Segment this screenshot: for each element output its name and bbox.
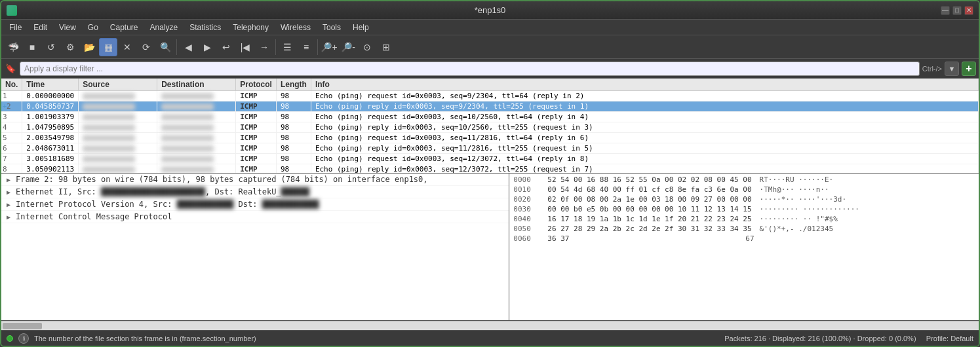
icmp-arrow: ▶ bbox=[7, 213, 13, 221]
expert-info-icon[interactable]: ℹ bbox=[18, 333, 29, 344]
cell-source bbox=[79, 91, 157, 101]
menu-telephony[interactable]: Telephony bbox=[227, 22, 274, 33]
toolbar-go-first[interactable]: |◀ bbox=[236, 38, 254, 56]
cell-dest bbox=[157, 164, 236, 174]
middle-section: ▶ Frame 2: 98 bytes on wire (784 bits), … bbox=[1, 174, 979, 321]
cell-info: Echo (ping) request id=0x0003, seq=12/30… bbox=[311, 154, 978, 164]
menu-tools[interactable]: Tools bbox=[317, 22, 346, 33]
toolbar-zoom-out[interactable]: 🔎- bbox=[339, 38, 357, 56]
cell-time: 3.005181689 bbox=[22, 154, 79, 164]
horizontal-scrollbar[interactable] bbox=[1, 321, 979, 330]
table-row[interactable]: 3 1.001903379 ICMP 98 Echo (ping) reques… bbox=[1, 112, 979, 122]
toolbar-open[interactable]: 📂 bbox=[80, 38, 98, 56]
cell-len: 98 bbox=[276, 101, 311, 112]
toolbar-resize-cols[interactable]: ⊞ bbox=[377, 38, 395, 56]
frame-arrow: ▶ bbox=[7, 176, 13, 183]
hex-ascii: &'()*+,- ./012345 bbox=[760, 225, 834, 233]
table-row[interactable]: 5 2.003549798 ICMP 98 Echo (ping) reques… bbox=[1, 133, 979, 143]
col-info: Info bbox=[311, 79, 978, 91]
icmp-text: Internet Control Message Protocol bbox=[16, 212, 172, 221]
packet-details[interactable]: ▶ Frame 2: 98 bytes on wire (784 bits), … bbox=[1, 174, 509, 320]
ipv4-text: Internet Protocol Version 4, Src: ██████… bbox=[16, 200, 319, 209]
col-no: No. bbox=[1, 79, 22, 91]
filter-dropdown-btn[interactable]: ▼ bbox=[945, 62, 959, 76]
col-dest: Destination bbox=[157, 79, 236, 91]
menu-statistics[interactable]: Statistics bbox=[184, 22, 226, 33]
menu-wireless[interactable]: Wireless bbox=[275, 22, 316, 33]
cell-time: 2.048673011 bbox=[22, 143, 79, 154]
col-source: Source bbox=[79, 79, 157, 91]
hex-row: 0000 52 54 00 16 88 16 52 55 0a 00 02 02… bbox=[509, 175, 979, 185]
hex-ascii: ········· ·· !"#$% bbox=[760, 215, 838, 223]
toolbar-restart[interactable]: ↺ bbox=[42, 38, 60, 56]
cell-proto: ICMP bbox=[236, 101, 277, 112]
menu-edit[interactable]: Edit bbox=[28, 22, 52, 33]
toolbar-close[interactable]: ✕ bbox=[118, 38, 136, 56]
toolbar-go-back[interactable]: ↩ bbox=[217, 38, 235, 56]
table-row[interactable]: 1 0.000000000 ICMP 98 Echo (ping) reques… bbox=[1, 91, 979, 101]
filter-bar: 🔖 Ctrl-/> ▼ + bbox=[1, 59, 979, 79]
toolbar-sep-2 bbox=[275, 39, 276, 55]
cell-time: 1.047950895 bbox=[22, 122, 79, 133]
toolbar-go-forward[interactable]: → bbox=[255, 38, 273, 56]
table-row[interactable]: 7 3.005181689 ICMP 98 Echo (ping) reques… bbox=[1, 154, 979, 164]
packets-count: Packets: 216 · Displayed: 216 (100.0%) ·… bbox=[724, 335, 916, 342]
cell-time: 1.001903379 bbox=[22, 112, 79, 122]
filter-add-btn[interactable]: + bbox=[962, 62, 976, 76]
cell-time: 3.050902113 bbox=[22, 164, 79, 174]
packet-list[interactable]: No. Time Source Destination Protocol Len… bbox=[1, 79, 979, 174]
hex-view[interactable]: 0000 52 54 00 16 88 16 52 55 0a 00 02 02… bbox=[509, 174, 979, 320]
cell-time: 0.045850737 bbox=[22, 101, 79, 112]
menu-capture[interactable]: Capture bbox=[105, 22, 144, 33]
maximize-button[interactable]: □ bbox=[952, 6, 962, 15]
detail-ipv4[interactable]: ▶ Internet Protocol Version 4, Src: ████… bbox=[1, 198, 509, 211]
hex-bytes: 00 54 4d 68 40 00 ff 01 cf c8 8e fa c3 6… bbox=[547, 185, 751, 194]
title-bar-left bbox=[7, 5, 17, 16]
minimize-button[interactable]: — bbox=[941, 6, 950, 15]
cell-dest bbox=[157, 143, 236, 154]
menubar: File Edit View Go Capture Analyze Statis… bbox=[1, 20, 979, 35]
col-proto: Protocol bbox=[236, 79, 277, 91]
toolbar-zoom-reset[interactable]: ⊙ bbox=[358, 38, 376, 56]
close-button[interactable]: ✕ bbox=[964, 6, 973, 15]
toolbar-zoom-in[interactable]: 🔎+ bbox=[320, 38, 338, 56]
scrollbar-thumb[interactable] bbox=[3, 323, 42, 329]
menu-go[interactable]: Go bbox=[83, 22, 104, 33]
detail-frame[interactable]: ▶ Frame 2: 98 bytes on wire (784 bits), … bbox=[1, 174, 509, 186]
ethernet-arrow: ▶ bbox=[7, 189, 13, 196]
toolbar-columns[interactable]: ▦ bbox=[99, 38, 117, 56]
toolbar-find[interactable]: 🔍 bbox=[156, 38, 174, 56]
hex-offset: 0060 bbox=[513, 234, 539, 243]
toolbar-pane1[interactable]: ☰ bbox=[278, 38, 296, 56]
table-row[interactable]: 4 1.047950895 ICMP 98 Echo (ping) reply … bbox=[1, 122, 979, 133]
toolbar-stop-capture[interactable]: ■ bbox=[23, 38, 41, 56]
packet-stats: Packets: 216 · Displayed: 216 (100.0%) ·… bbox=[724, 335, 973, 342]
cell-proto: ICMP bbox=[236, 143, 277, 154]
table-row[interactable]: 8 3.050902113 ICMP 98 Echo (ping) reply … bbox=[1, 164, 979, 174]
display-filter-input[interactable] bbox=[20, 62, 920, 76]
hex-bytes: 52 54 00 16 88 16 52 55 0a 00 02 02 08 0… bbox=[547, 175, 751, 184]
toolbar-start-capture[interactable]: 🦈 bbox=[4, 38, 22, 56]
menu-help[interactable]: Help bbox=[347, 22, 374, 33]
detail-icmp[interactable]: ▶ Internet Control Message Protocol bbox=[1, 211, 509, 223]
detail-ethernet[interactable]: ▶ Ethernet II, Src: ████████████████████… bbox=[1, 186, 509, 198]
cell-proto: ICMP bbox=[236, 122, 277, 133]
cell-proto: ICMP bbox=[236, 154, 277, 164]
menu-analyze[interactable]: Analyze bbox=[145, 22, 184, 33]
cell-source bbox=[79, 143, 157, 154]
cell-time: 2.003549798 bbox=[22, 133, 79, 143]
table-row[interactable]: 6 2.048673011 ICMP 98 Echo (ping) reply … bbox=[1, 143, 979, 154]
toolbar-reload[interactable]: ⟳ bbox=[137, 38, 155, 56]
toolbar-next[interactable]: ▶ bbox=[198, 38, 216, 56]
hex-bytes: 16 17 18 19 1a 1b 1c 1d 1e 1f 20 21 22 2… bbox=[547, 215, 751, 223]
cell-no: 8 bbox=[1, 164, 22, 174]
toolbar-prev[interactable]: ◀ bbox=[179, 38, 197, 56]
toolbar-options[interactable]: ⚙ bbox=[61, 38, 79, 56]
menu-file[interactable]: File bbox=[4, 22, 27, 33]
menu-view[interactable]: View bbox=[54, 22, 81, 33]
table-row[interactable]: +2 0.045850737 ICMP 98 Echo (ping) reply… bbox=[1, 101, 979, 112]
toolbar-pane2[interactable]: ≡ bbox=[297, 38, 315, 56]
hex-row: 0050 26 27 28 29 2a 2b 2c 2d 2e 2f 30 31… bbox=[509, 224, 979, 234]
cell-len: 98 bbox=[276, 91, 311, 101]
cell-info: Echo (ping) request id=0x0003, seq=10/25… bbox=[311, 112, 978, 122]
